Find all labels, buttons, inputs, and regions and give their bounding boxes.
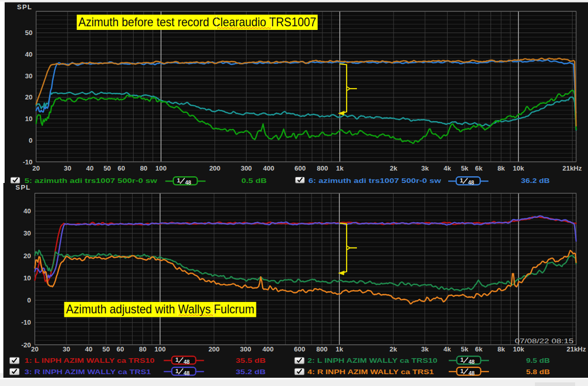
svg-text:80: 80 bbox=[139, 345, 146, 353]
svg-text:SPL: SPL bbox=[17, 3, 32, 11]
svg-text:40: 40 bbox=[85, 345, 92, 353]
svg-text:-10: -10 bbox=[21, 318, 31, 326]
svg-text:48: 48 bbox=[469, 370, 475, 376]
svg-text:6: azimuth adi trs1007 500r-0: 6: azimuth adi trs1007 500r-0 sw bbox=[308, 177, 442, 184]
svg-text:20: 20 bbox=[31, 345, 38, 353]
svg-text:-20: -20 bbox=[21, 341, 31, 349]
svg-text:5k: 5k bbox=[461, 164, 469, 172]
svg-text:1k: 1k bbox=[336, 164, 344, 172]
svg-text:5: azimuth adi trs1007 500r-0: 5: azimuth adi trs1007 500r-0 sw bbox=[25, 177, 158, 184]
svg-text:300: 300 bbox=[240, 345, 251, 353]
svg-text:200: 200 bbox=[209, 164, 221, 172]
svg-text:1: 1 bbox=[177, 177, 181, 183]
svg-text:5k: 5k bbox=[461, 345, 469, 353]
svg-text:07/08/22 08:15: 07/08/22 08:15 bbox=[515, 337, 574, 345]
svg-text:21kHz: 21kHz bbox=[562, 164, 582, 172]
svg-text:50: 50 bbox=[103, 345, 110, 353]
svg-text:4k: 4k bbox=[444, 164, 451, 172]
svg-text:400: 400 bbox=[263, 164, 274, 172]
svg-text:35.5 dB: 35.5 dB bbox=[236, 357, 266, 364]
svg-text:800: 800 bbox=[316, 345, 328, 353]
svg-text:20: 20 bbox=[32, 164, 40, 172]
svg-text:10k: 10k bbox=[513, 345, 525, 353]
svg-text:40: 40 bbox=[86, 164, 93, 172]
svg-text:1: L INPH AZIM WALLY ca TRS10: 1: L INPH AZIM WALLY ca TRS10 bbox=[25, 357, 155, 364]
svg-text:20: 20 bbox=[24, 252, 31, 260]
svg-text:36.2 dB: 36.2 dB bbox=[521, 177, 550, 184]
svg-text:600: 600 bbox=[294, 345, 305, 353]
svg-text:40: 40 bbox=[24, 207, 31, 215]
svg-text:10: 10 bbox=[25, 115, 32, 123]
svg-text:60: 60 bbox=[118, 164, 125, 172]
svg-text:1k: 1k bbox=[336, 345, 344, 353]
svg-text:50: 50 bbox=[25, 29, 32, 37]
svg-text:2: L INPH AZIM WALLY ca TRS10: 2: L INPH AZIM WALLY ca TRS10 bbox=[307, 357, 437, 364]
svg-text:1: 1 bbox=[460, 177, 464, 183]
svg-text:30: 30 bbox=[25, 72, 32, 80]
svg-text:2k: 2k bbox=[390, 164, 398, 172]
svg-text:9.5 dB: 9.5 dB bbox=[526, 357, 550, 364]
svg-text:1: 1 bbox=[461, 368, 464, 374]
svg-text:3k: 3k bbox=[421, 164, 429, 172]
svg-text:5.8 dB: 5.8 dB bbox=[526, 368, 550, 376]
svg-text:4: R INPH AZIM WALLY ca TRS1: 4: R INPH AZIM WALLY ca TRS1 bbox=[307, 368, 434, 376]
svg-text:8k: 8k bbox=[497, 345, 505, 353]
svg-text:600: 600 bbox=[295, 164, 306, 172]
svg-text:400: 400 bbox=[263, 345, 274, 353]
svg-text:21kHz: 21kHz bbox=[566, 345, 586, 353]
svg-text:1: 1 bbox=[175, 357, 179, 363]
svg-text:0: 0 bbox=[27, 296, 31, 304]
svg-text:20: 20 bbox=[25, 93, 32, 101]
svg-text:3: R INPH AZIM WALLY ca TRS1: 3: R INPH AZIM WALLY ca TRS1 bbox=[25, 368, 151, 376]
svg-text:2k: 2k bbox=[389, 345, 397, 353]
svg-text:60: 60 bbox=[117, 345, 124, 353]
svg-text:10: 10 bbox=[24, 274, 31, 282]
svg-text:40: 40 bbox=[25, 51, 32, 58]
svg-text:8k: 8k bbox=[497, 164, 505, 172]
svg-text:3k: 3k bbox=[421, 345, 429, 353]
svg-text:Azimuth adjusted with Wallys F: Azimuth adjusted with Wallys Fulcrum bbox=[66, 302, 254, 316]
svg-text:-10: -10 bbox=[23, 158, 32, 166]
svg-text:80: 80 bbox=[140, 164, 147, 172]
svg-text:48: 48 bbox=[469, 359, 475, 365]
svg-text:30: 30 bbox=[64, 164, 71, 172]
svg-text:30: 30 bbox=[24, 229, 31, 237]
svg-text:100: 100 bbox=[155, 345, 166, 353]
svg-text:0: 0 bbox=[29, 137, 32, 144]
svg-text:10k: 10k bbox=[513, 164, 524, 172]
svg-text:200: 200 bbox=[208, 345, 220, 353]
svg-text:800: 800 bbox=[317, 164, 328, 172]
svg-text:48: 48 bbox=[185, 179, 191, 186]
svg-text:48: 48 bbox=[184, 370, 190, 376]
svg-text:300: 300 bbox=[241, 164, 252, 172]
svg-text:Azimuth before test record Cle: Azimuth before test record Clearaudio TR… bbox=[78, 15, 316, 29]
svg-text:48: 48 bbox=[468, 179, 475, 186]
svg-text:30: 30 bbox=[62, 345, 70, 353]
svg-text:48: 48 bbox=[184, 359, 190, 365]
svg-text:100: 100 bbox=[155, 164, 167, 172]
svg-text:4k: 4k bbox=[444, 345, 451, 353]
svg-text:0.5 dB: 0.5 dB bbox=[241, 177, 267, 184]
svg-text:1: 1 bbox=[461, 357, 464, 363]
svg-text:50: 50 bbox=[104, 164, 111, 172]
svg-text:35.2 dB: 35.2 dB bbox=[236, 368, 266, 376]
svg-text:1: 1 bbox=[175, 368, 179, 374]
svg-text:SPL: SPL bbox=[15, 183, 31, 191]
svg-text:6k: 6k bbox=[475, 164, 483, 172]
svg-text:6k: 6k bbox=[475, 345, 483, 353]
